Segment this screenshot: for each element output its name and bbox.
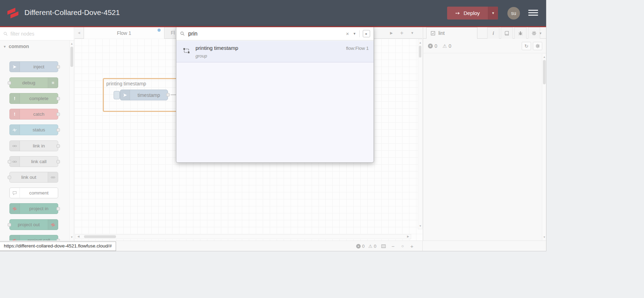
search-options-button[interactable]: ▾ — [353, 31, 356, 36]
flowfuse-logo-icon — [6, 6, 20, 20]
divider — [359, 30, 360, 37]
result-title: printing timestamp — [196, 45, 238, 51]
node-red-editor-window: Different-Collared-Dove-4521 Deploy ▾ su… — [0, 0, 546, 251]
search-icon — [180, 31, 185, 36]
close-icon: × — [346, 31, 349, 37]
result-location: flow:Flow 1 — [346, 46, 369, 51]
caret-right-icon: ▸ — [366, 32, 367, 36]
deploy-button[interactable]: Deploy ▾ — [447, 7, 498, 20]
search-results-list: printing timestamp flow:Flow 1 group — [176, 41, 374, 162]
search-input[interactable] — [188, 31, 342, 37]
chevron-down-icon: ▾ — [353, 31, 355, 36]
search-result-item[interactable]: printing timestamp flow:Flow 1 group — [176, 41, 374, 62]
result-type: group — [196, 53, 207, 59]
search-expand-button[interactable]: ▸ — [363, 30, 370, 37]
deploy-icon — [455, 10, 461, 16]
browser-status-url: https://different-collared-dove-4521.flo… — [0, 242, 116, 251]
main-menu-button[interactable] — [528, 10, 538, 17]
search-dialog: × ▾ ▸ printing timestamp flow:Flow 1 gro… — [176, 27, 374, 163]
user-avatar[interactable]: su — [507, 7, 520, 20]
header: Different-Collared-Dove-4521 Deploy ▾ su — [0, 0, 546, 26]
group-icon — [183, 47, 190, 54]
deploy-options-button[interactable]: ▾ — [488, 7, 498, 20]
search-input-row: × ▾ ▸ — [176, 27, 374, 40]
desktop-background: Different-Collared-Dove-4521 Deploy ▾ su… — [0, 0, 644, 298]
instance-title: Different-Collared-Dove-4521 — [24, 8, 120, 17]
chevron-down-icon: ▾ — [492, 11, 494, 15]
deploy-label: Deploy — [463, 10, 480, 16]
clear-search-button[interactable]: × — [345, 31, 350, 37]
